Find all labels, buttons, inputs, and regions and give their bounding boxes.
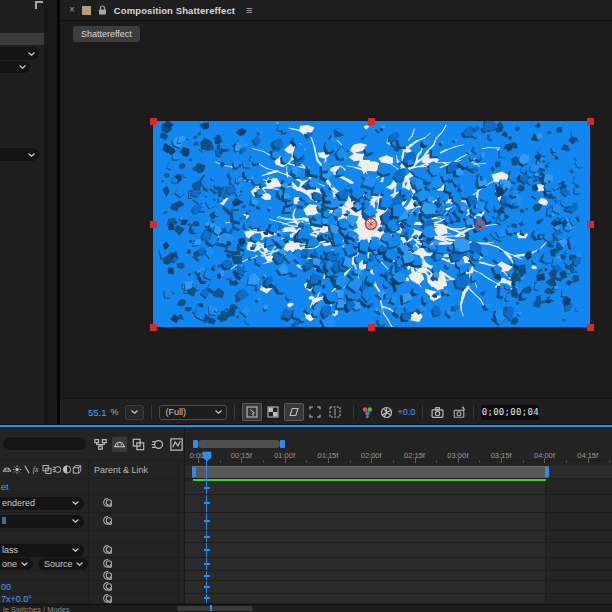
close-tab-icon[interactable]: × bbox=[69, 5, 75, 15]
after-effects-window: × Composition Shattereffect ≡ Shattereff… bbox=[0, 0, 612, 612]
resolution-dropdown[interactable]: (Full) bbox=[159, 405, 227, 420]
hide-shy-layers-icon[interactable] bbox=[112, 437, 127, 452]
show-snapshot-icon[interactable] bbox=[452, 406, 466, 419]
layer-handle[interactable] bbox=[368, 324, 375, 331]
effect-header-bar bbox=[0, 33, 44, 45]
take-snapshot-icon[interactable] bbox=[430, 406, 445, 419]
tab-swatch-icon bbox=[82, 6, 91, 15]
layer-handle[interactable] bbox=[587, 118, 594, 125]
work-area-end-handle[interactable] bbox=[545, 467, 549, 477]
layer-handle[interactable] bbox=[150, 221, 157, 228]
magnification-value[interactable]: 55.1 bbox=[88, 407, 107, 418]
composition-mini-flowchart-icon[interactable] bbox=[93, 437, 108, 452]
exposure-value[interactable]: +0.0 bbox=[398, 407, 416, 417]
effect-position-point[interactable] bbox=[475, 219, 486, 230]
pick-whip-icon[interactable] bbox=[102, 544, 113, 555]
magnification-unit: % bbox=[111, 407, 119, 417]
effects-switch-icon[interactable]: fx bbox=[32, 463, 42, 475]
timeline-graph-area[interactable]: 0:00f00:15f01:00f01:15f02:00f02:15f03:00… bbox=[185, 427, 612, 612]
frame-blending-icon[interactable] bbox=[131, 437, 146, 452]
property-dropdown-label: ll bbox=[2, 516, 6, 526]
property-dropdown[interactable]: lass bbox=[0, 544, 84, 557]
property-dropdown[interactable]: ll bbox=[0, 515, 84, 528]
timeline-toolbar-icons bbox=[93, 437, 184, 452]
property-dropdown-label: lass bbox=[2, 545, 18, 555]
pick-whip-icon[interactable] bbox=[102, 593, 113, 604]
timeline-row: endered bbox=[0, 495, 184, 511]
effect-origin-point[interactable] bbox=[364, 217, 378, 231]
property-value[interactable]: et bbox=[1, 482, 9, 492]
composition-tab-bar: × Composition Shattereffect ≡ bbox=[60, 0, 612, 21]
shy-switch-icon[interactable] bbox=[2, 463, 12, 475]
comp-flowchart-button[interactable]: Shattereffect bbox=[73, 26, 140, 42]
graph-editor-icon[interactable] bbox=[169, 437, 184, 452]
pick-whip-icon[interactable] bbox=[102, 570, 113, 581]
viewer-lock-icon[interactable] bbox=[98, 5, 107, 15]
effect-dropdown[interactable] bbox=[0, 61, 30, 73]
3d-layer-switch-icon[interactable] bbox=[72, 463, 82, 475]
timeline-row bbox=[0, 571, 184, 580]
quality-switch-icon[interactable] bbox=[22, 463, 32, 475]
property-value[interactable]: 00 bbox=[1, 582, 11, 592]
timeline-row: oneSource bbox=[0, 558, 184, 570]
pick-whip-icon[interactable] bbox=[102, 515, 113, 526]
motion-blur-switch-icon[interactable] bbox=[52, 463, 62, 475]
cached-frames-indicator bbox=[193, 479, 546, 481]
timeline-bottom-bar: le Switches / Modes bbox=[0, 604, 612, 612]
adjustment-layer-switch-icon[interactable] bbox=[62, 463, 72, 475]
panel-menu-icon[interactable]: ≡ bbox=[246, 4, 252, 16]
toggle-switches-modes-button[interactable]: le Switches / Modes bbox=[3, 605, 70, 612]
effect-dropdown[interactable] bbox=[0, 148, 39, 161]
current-time-indicator[interactable] bbox=[202, 451, 212, 462]
property-dropdown[interactable]: Source bbox=[38, 558, 88, 570]
timeline-h-scroll-cti-mark bbox=[210, 605, 212, 611]
timeline-search-input[interactable] bbox=[2, 436, 87, 451]
work-area-bar[interactable] bbox=[192, 466, 549, 478]
timeline-row: ll bbox=[0, 513, 184, 529]
show-channel-rgb-icon[interactable] bbox=[361, 406, 374, 418]
property-dropdown[interactable]: endered bbox=[0, 497, 84, 510]
layer-switch-column-headers: fx bbox=[2, 463, 82, 475]
guide-overlay-options-icon[interactable] bbox=[326, 404, 344, 420]
toggle-transparency-grid-icon[interactable] bbox=[264, 404, 282, 420]
timeline-row: lass bbox=[0, 543, 184, 557]
property-dropdown[interactable]: one bbox=[0, 558, 33, 570]
composition-viewer[interactable]: Shattereffect bbox=[60, 21, 612, 398]
reset-exposure-icon[interactable] bbox=[380, 406, 393, 419]
motion-blur-icon[interactable] bbox=[150, 437, 165, 452]
pick-whip-icon[interactable] bbox=[102, 558, 113, 569]
tab-title[interactable]: Composition Shattereffect bbox=[114, 5, 235, 16]
choose-grid-and-guide-options-icon[interactable] bbox=[242, 403, 262, 421]
layer-handle[interactable] bbox=[150, 118, 157, 125]
timeline-row: et bbox=[0, 480, 184, 494]
work-area-start-handle[interactable] bbox=[192, 467, 196, 477]
composition-panel: × Composition Shattereffect ≡ Shattereff… bbox=[60, 0, 612, 424]
collapse-transformations-switch-icon[interactable] bbox=[12, 463, 22, 475]
layer-handle[interactable] bbox=[150, 324, 157, 331]
region-of-interest-icon[interactable] bbox=[306, 404, 324, 420]
property-value[interactable]: 7x+0.0° bbox=[1, 594, 32, 604]
timeline-zoom-handle-right[interactable] bbox=[280, 440, 285, 448]
frame-blend-switch-icon[interactable] bbox=[42, 463, 52, 475]
timeline-panel: fx Parent & Link etenderedlllassoneSourc… bbox=[0, 427, 612, 612]
timeline-h-scroll-thumb[interactable] bbox=[177, 606, 253, 611]
effect-controls-panel bbox=[0, 0, 44, 424]
comp-end-line bbox=[545, 482, 546, 604]
layer-handle[interactable] bbox=[587, 324, 594, 331]
panel-fragment-icon bbox=[35, 1, 43, 9]
property-dropdown-label: endered bbox=[2, 498, 35, 508]
pick-whip-icon[interactable] bbox=[102, 497, 113, 508]
pick-whip-icon[interactable] bbox=[102, 581, 113, 592]
magnification-dropdown[interactable] bbox=[125, 405, 144, 420]
comp-toolbar: 55.1 % (Full) +0.0 0;00;00;04 bbox=[60, 398, 612, 425]
toggle-mask-and-shape-path-visibility-icon[interactable] bbox=[284, 403, 304, 421]
timecode-field[interactable]: 0;00;00;04 bbox=[481, 405, 539, 420]
timeline-row bbox=[0, 531, 184, 542]
parent-link-header[interactable]: Parent & Link bbox=[94, 465, 148, 475]
layer-handle[interactable] bbox=[368, 118, 375, 125]
layer-handle[interactable] bbox=[587, 221, 594, 228]
current-time-indicator-line bbox=[206, 460, 207, 604]
svg-text:fx: fx bbox=[33, 465, 39, 474]
effect-dropdown[interactable] bbox=[0, 47, 39, 60]
timeline-scrollbar-thumb[interactable] bbox=[198, 440, 280, 448]
